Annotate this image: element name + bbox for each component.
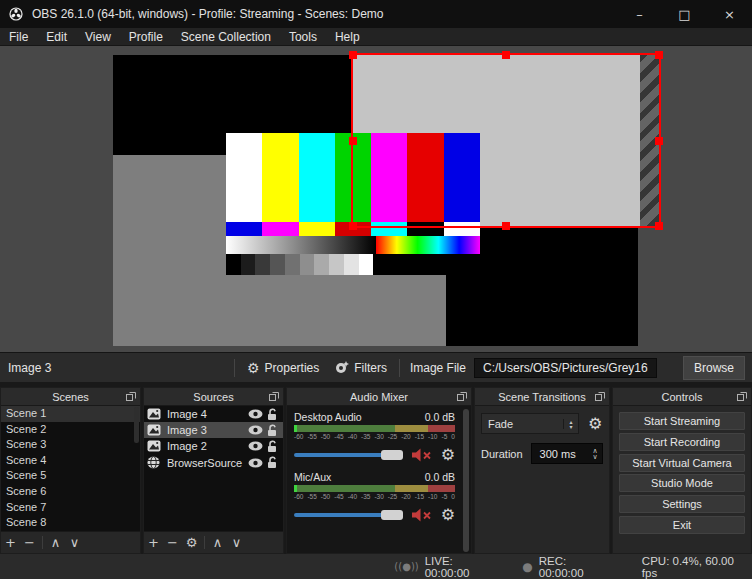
volume-meter bbox=[294, 485, 455, 492]
popout-icon[interactable] bbox=[595, 392, 605, 401]
source-list-item[interactable]: BrowserSource bbox=[144, 455, 283, 471]
toolbar-separator bbox=[399, 359, 400, 377]
move-source-down-button[interactable]: ∨ bbox=[227, 533, 246, 553]
scene-list-item[interactable]: Scene 7 bbox=[1, 500, 140, 516]
volume-meter bbox=[294, 425, 455, 432]
unlock-icon[interactable] bbox=[267, 440, 279, 453]
channel-level-db: 0.0 dB bbox=[425, 471, 455, 483]
browse-button[interactable]: Browse bbox=[683, 356, 745, 380]
scene-list-item[interactable]: Scene 3 bbox=[1, 437, 140, 453]
controls-panel: Controls Start Streaming Start Recording… bbox=[612, 387, 752, 554]
meter-level-indicator bbox=[294, 485, 297, 492]
move-source-up-button[interactable]: ∧ bbox=[208, 533, 227, 553]
unlock-icon[interactable] bbox=[267, 456, 279, 469]
eye-icon[interactable] bbox=[248, 441, 267, 451]
source-list-item[interactable]: Image 2 bbox=[144, 438, 283, 454]
exit-button[interactable]: Exit bbox=[619, 516, 745, 534]
selection-handle-bottom-left[interactable] bbox=[349, 222, 357, 230]
scene-list-item[interactable]: Scene 2 bbox=[1, 422, 140, 438]
image-file-path-input[interactable] bbox=[474, 358, 657, 378]
scene-list-item[interactable]: Scene 1 bbox=[1, 406, 140, 422]
menu-scene-collection[interactable]: Scene Collection bbox=[172, 28, 280, 46]
eye-icon[interactable] bbox=[248, 458, 267, 468]
menu-edit[interactable]: Edit bbox=[37, 28, 76, 46]
mute-speaker-icon[interactable] bbox=[411, 448, 441, 462]
window-title: OBS 26.1.0 (64-bit, windows) - Profile: … bbox=[32, 7, 383, 21]
filters-label: Filters bbox=[354, 361, 387, 375]
properties-label: Properties bbox=[265, 361, 320, 375]
record-dot-icon: ● bbox=[522, 560, 532, 574]
cpu-fps-status: CPU: 0.4%, 60.00 fps bbox=[642, 555, 752, 579]
volume-slider[interactable] bbox=[294, 450, 403, 460]
channel-name: Desktop Audio bbox=[294, 411, 362, 423]
source-list-item[interactable]: Image 3 bbox=[144, 422, 283, 438]
move-scene-down-button[interactable]: ∨ bbox=[65, 533, 84, 553]
selection-handle-middle-left[interactable] bbox=[349, 137, 357, 145]
mute-speaker-icon[interactable] bbox=[411, 508, 441, 522]
minimize-button[interactable]: – bbox=[617, 0, 662, 28]
preview-canvas[interactable] bbox=[0, 46, 752, 352]
selection-handle-middle-right[interactable] bbox=[655, 137, 663, 145]
selection-handle-top-middle[interactable] bbox=[502, 51, 510, 59]
selection-handle-bottom-right[interactable] bbox=[655, 222, 663, 230]
controls-panel-title: Controls bbox=[662, 391, 703, 403]
move-scene-up-button[interactable]: ∧ bbox=[46, 533, 65, 553]
mixer-channel: Desktop Audio 0.0 dB -60-55 -50-45 -40-3… bbox=[294, 411, 455, 462]
eye-icon[interactable] bbox=[248, 425, 267, 435]
mixer-scrollbar[interactable] bbox=[463, 409, 469, 552]
scene-list-item[interactable]: Scene 8 bbox=[1, 515, 140, 531]
volume-slider[interactable] bbox=[294, 510, 403, 520]
menu-tools[interactable]: Tools bbox=[280, 28, 326, 46]
audio-mixer-panel-title: Audio Mixer bbox=[350, 391, 408, 403]
menu-file[interactable]: File bbox=[0, 28, 37, 46]
source-label: Image 4 bbox=[164, 408, 248, 420]
filters-button[interactable]: Filters bbox=[327, 361, 395, 375]
scene-transitions-panel-title: Scene Transitions bbox=[498, 391, 585, 403]
maximize-button[interactable]: □ bbox=[662, 0, 707, 28]
channel-settings-gear-icon[interactable]: ⚙ bbox=[441, 507, 455, 523]
start-virtual-camera-button[interactable]: Start Virtual Camera bbox=[619, 454, 745, 472]
transition-select[interactable]: Fade ▴▾ bbox=[481, 413, 579, 434]
start-recording-button[interactable]: Start Recording bbox=[619, 433, 745, 451]
source-label: Image 2 bbox=[164, 440, 248, 452]
popout-icon[interactable] bbox=[126, 392, 136, 401]
start-streaming-button[interactable]: Start Streaming bbox=[619, 412, 745, 430]
volume-slider-handle[interactable] bbox=[381, 450, 403, 460]
source-list-item[interactable]: Image 4 bbox=[144, 406, 283, 422]
popout-icon[interactable] bbox=[737, 392, 747, 401]
transition-settings-gear-icon[interactable]: ⚙ bbox=[588, 416, 602, 432]
selection-handle-bottom-middle[interactable] bbox=[502, 222, 510, 230]
close-button[interactable]: × bbox=[707, 0, 752, 28]
unlock-icon[interactable] bbox=[267, 408, 279, 421]
test-pattern-gradients bbox=[226, 236, 480, 254]
studio-mode-button[interactable]: Studio Mode bbox=[619, 474, 745, 492]
scene-list-item[interactable]: Scene 5 bbox=[1, 468, 140, 484]
settings-button[interactable]: Settings bbox=[619, 495, 745, 513]
scenes-scrollbar[interactable] bbox=[134, 407, 139, 443]
menu-help[interactable]: Help bbox=[326, 28, 369, 46]
volume-slider-handle[interactable] bbox=[381, 510, 403, 520]
source-properties-button[interactable]: ⚙ bbox=[182, 533, 201, 553]
channel-settings-gear-icon[interactable]: ⚙ bbox=[441, 447, 455, 463]
status-bar: ((●)) LIVE: 00:00:00 ● REC: 00:00:00 CPU… bbox=[0, 554, 752, 579]
mixer-channel: Mic/Aux 0.0 dB -60-55 -50-45 -40-35 -30-… bbox=[294, 471, 455, 522]
remove-source-button[interactable]: − bbox=[163, 533, 182, 553]
add-scene-button[interactable]: + bbox=[1, 533, 20, 553]
add-source-button[interactable]: + bbox=[144, 533, 163, 553]
remove-scene-button[interactable]: − bbox=[20, 533, 39, 553]
duration-spinbox[interactable]: 300 ms ∧∨ bbox=[531, 443, 603, 464]
popout-icon[interactable] bbox=[269, 392, 279, 401]
properties-button[interactable]: ⚙ Properties bbox=[239, 361, 327, 375]
popout-icon[interactable] bbox=[457, 392, 467, 401]
spinbox-arrows-icon[interactable]: ∧∨ bbox=[588, 448, 602, 460]
eye-icon[interactable] bbox=[248, 409, 267, 419]
menu-profile[interactable]: Profile bbox=[120, 28, 172, 46]
selection-bounding-box[interactable] bbox=[351, 53, 661, 228]
scene-list-item[interactable]: Scene 4 bbox=[1, 453, 140, 469]
scene-list-item[interactable]: Scene 6 bbox=[1, 484, 140, 500]
menu-view[interactable]: View bbox=[76, 28, 120, 46]
sources-panel-title: Sources bbox=[193, 391, 233, 403]
selection-handle-top-left[interactable] bbox=[349, 51, 357, 59]
selection-handle-top-right[interactable] bbox=[655, 51, 663, 59]
unlock-icon[interactable] bbox=[267, 424, 279, 437]
